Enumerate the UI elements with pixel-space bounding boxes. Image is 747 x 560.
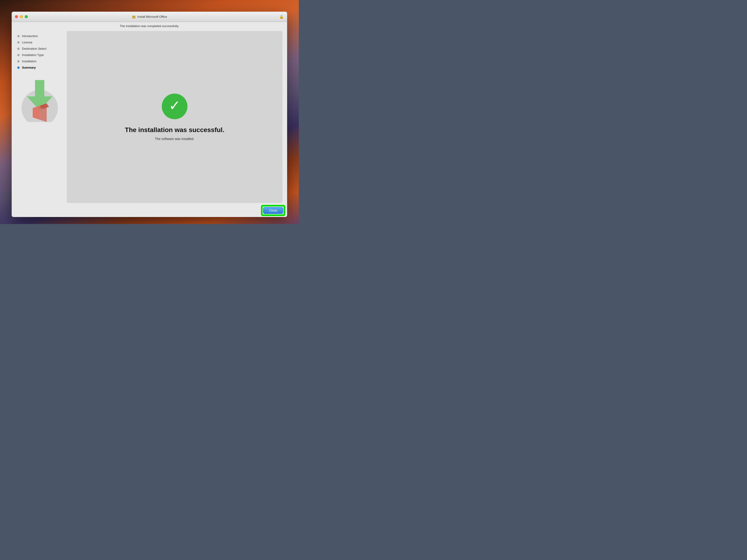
nav-dot-summary bbox=[17, 66, 20, 69]
content-panel: ✓ The installation was successful. The s… bbox=[67, 31, 282, 203]
nav-label-introduction: Introduction bbox=[22, 34, 38, 38]
close-window-button[interactable] bbox=[15, 15, 18, 18]
success-subtitle: The software was installed. bbox=[155, 137, 195, 141]
footer: Go Back Close bbox=[12, 203, 287, 217]
nav-label-summary: Summary bbox=[22, 66, 36, 69]
nav-dot-license bbox=[17, 41, 20, 44]
traffic-lights bbox=[15, 15, 28, 18]
nav-dot-introduction bbox=[17, 35, 20, 37]
close-button-wrapper: Close bbox=[263, 207, 284, 214]
installer-icon-area bbox=[16, 75, 63, 122]
installer-window: Install Microsoft Office 🔒 The installat… bbox=[12, 12, 287, 217]
sidebar: Introduction License Destination Select … bbox=[16, 31, 63, 203]
installer-graphic bbox=[20, 75, 59, 122]
svg-rect-4 bbox=[35, 80, 44, 96]
nav-label-installation: Installation bbox=[22, 59, 36, 63]
close-button-highlight: Close bbox=[261, 205, 285, 216]
subtitle-text: The installation was completed successfu… bbox=[120, 24, 179, 28]
titlebar: Install Microsoft Office 🔒 bbox=[12, 12, 287, 22]
lock-icon: 🔒 bbox=[279, 15, 284, 19]
maximize-window-button[interactable] bbox=[25, 15, 28, 18]
sidebar-item-destination-select[interactable]: Destination Select bbox=[16, 46, 63, 52]
subtitle-bar: The installation was completed successfu… bbox=[12, 22, 287, 28]
sidebar-item-installation-type[interactable]: Installation Type bbox=[16, 52, 63, 58]
nav-label-license: License bbox=[22, 41, 32, 44]
sidebar-item-installation[interactable]: Installation bbox=[16, 58, 63, 64]
nav-label-installation-type: Installation Type bbox=[22, 53, 44, 57]
window-title: Install Microsoft Office bbox=[137, 15, 167, 19]
sidebar-item-introduction[interactable]: Introduction bbox=[16, 33, 63, 39]
minimize-window-button[interactable] bbox=[20, 15, 23, 18]
checkmark-icon: ✓ bbox=[169, 99, 180, 113]
nav-dot-installation bbox=[17, 60, 20, 62]
main-content: Introduction License Destination Select … bbox=[12, 28, 287, 203]
nav-label-destination-select: Destination Select bbox=[22, 47, 47, 50]
sidebar-item-license[interactable]: License bbox=[16, 39, 63, 46]
nav-dot-installation-type bbox=[17, 54, 20, 56]
success-title: The installation was successful. bbox=[125, 126, 224, 134]
svg-rect-2 bbox=[133, 16, 134, 17]
close-button[interactable]: Close bbox=[263, 207, 283, 214]
sidebar-item-summary[interactable]: Summary bbox=[16, 64, 63, 71]
installer-package-icon bbox=[132, 15, 136, 19]
success-circle: ✓ bbox=[162, 94, 187, 119]
window-title-area: Install Microsoft Office bbox=[132, 15, 167, 19]
nav-dot-destination-select bbox=[17, 48, 20, 50]
